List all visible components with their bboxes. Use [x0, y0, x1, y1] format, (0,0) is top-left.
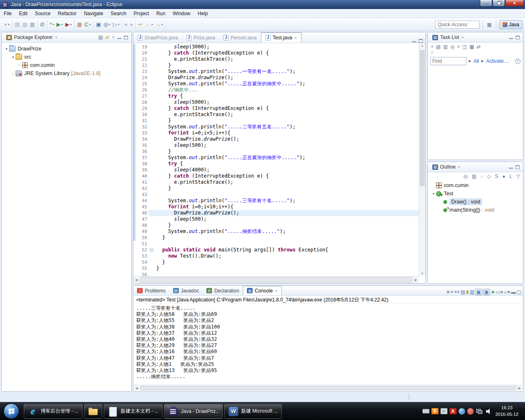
hide-non-public-button[interactable]: ●	[501, 173, 507, 179]
code-text[interactable]: }	[155, 222, 419, 228]
code-line-24[interactable]: 24 DrawPrize.drawPrize();	[133, 75, 419, 81]
editor-tab-drawprize-java[interactable]: JDrawPrize.java	[133, 32, 182, 43]
sync-button[interactable]: ⇄	[475, 44, 482, 50]
code-line-51[interactable]: 51	[133, 241, 419, 247]
task-find-input[interactable]	[430, 57, 466, 65]
close-icon[interactable]: ×	[55, 35, 57, 40]
word-wrap-button[interactable]: ▥	[470, 289, 474, 295]
sogou-input-icon[interactable]: S	[431, 408, 438, 414]
outline-tab[interactable]: ▥ Outline ×	[429, 162, 463, 172]
code-line-19[interactable]: 19 sleep(3000);	[133, 44, 419, 50]
code-text[interactable]: }	[155, 62, 419, 68]
code-line-26[interactable]: 26 //抽奖中...	[133, 87, 419, 93]
console-output[interactable]: .....三等奖有十名.....获奖人为:人物58 奖品为:奖品69获奖人为:人…	[133, 304, 523, 381]
debug-button[interactable]: *▾	[48, 21, 55, 29]
code-text[interactable]: System.out.println(".....正在紧张的抽奖中.....")…	[155, 155, 419, 161]
network-icon[interactable]	[476, 408, 483, 414]
youdao-icon[interactable]	[467, 408, 474, 415]
maximize-view-button[interactable]	[124, 36, 128, 39]
show-stdout-button[interactable]: ▣	[475, 289, 482, 295]
task-link-all[interactable]: All	[473, 58, 479, 64]
tree-item-com-cumin[interactable]: ▷com.cumin	[2, 61, 130, 69]
code-line-53[interactable]: 53 new Test().Draw();	[133, 253, 419, 259]
editor-horizontal-scrollbar[interactable]: ◀ ▶	[133, 276, 419, 283]
minimize-editor-button[interactable]	[412, 41, 416, 43]
menu-window[interactable]: Window	[169, 9, 194, 18]
code-line-37[interactable]: 37 System.out.println(".....正在紧张的抽奖中....…	[133, 155, 419, 161]
taskbar-button-notepad[interactable]: 新建文本文档 - ...	[104, 404, 162, 419]
code-text[interactable]: } catch (InterruptedException e) {	[155, 105, 419, 112]
code-line-32[interactable]: 32 System.out.println(".....二等奖有五名....."…	[133, 124, 419, 130]
hide-local-types-button[interactable]: L	[508, 173, 514, 179]
next-annotation-button[interactable]: »	[129, 21, 134, 29]
code-line-25[interactable]: 25 System.out.println(".....正在紧张的抽奖中....…	[133, 81, 419, 87]
close-icon[interactable]: ×	[275, 288, 277, 293]
dropdown-arrow-icon[interactable]: ▾	[151, 21, 153, 28]
quick-access-input[interactable]	[435, 21, 479, 29]
code-text[interactable]: }	[155, 265, 419, 272]
menu-file[interactable]: File	[0, 9, 15, 18]
view-menu-button[interactable]: ▽	[515, 173, 521, 179]
code-line-49[interactable]: 49 System.out.println(".....抽奖结束.....");	[133, 228, 419, 235]
new-java-project-button[interactable]: ▦	[76, 21, 83, 29]
collapse-all-button[interactable]: ▤	[470, 173, 477, 179]
collapse-all-button[interactable]: ▤	[97, 34, 104, 40]
package-explorer-tab[interactable]: ▦ Package Explorer ×	[3, 32, 60, 43]
code-text[interactable]: }	[155, 185, 419, 192]
display-console-button[interactable]: ▭▾	[496, 289, 503, 295]
code-text[interactable]	[155, 241, 419, 247]
code-line-46[interactable]: 46 DrawPrize.drawPrize();	[133, 210, 419, 216]
code-line-41[interactable]: 41 e.printStackTrace();	[133, 179, 419, 185]
maximize-editor-button[interactable]	[419, 39, 423, 43]
code-line-39[interactable]: 39 sleep(4000);	[133, 167, 419, 173]
code-text[interactable]: try {	[155, 93, 419, 99]
menu-project[interactable]: Project	[130, 9, 153, 18]
scroll-lock-button[interactable]: ▮	[466, 289, 469, 295]
console-tab-problems[interactable]: !Problems	[133, 286, 169, 295]
code-line-44[interactable]: 44 System.out.println(".....三等奖有十名....."…	[133, 198, 419, 204]
editor-tab-person-java[interactable]: JPerson.java	[219, 32, 260, 43]
show-stderr-button[interactable]: ▣	[483, 289, 490, 295]
code-text[interactable]: DrawPrize.drawPrize();	[155, 210, 419, 216]
sort-button[interactable]: ↓	[479, 173, 484, 179]
remove-launch-button[interactable]: ×	[450, 289, 453, 295]
new-task-button[interactable]: +	[429, 44, 435, 50]
menu-edit[interactable]: Edit	[15, 9, 31, 18]
scroll-right-icon[interactable]: ▶	[415, 278, 417, 282]
filter-people-button[interactable]: ◫	[461, 44, 468, 50]
search-button[interactable]: ◎▾	[102, 21, 112, 29]
code-text[interactable]: }	[155, 235, 419, 241]
console-tab-javadoc[interactable]: @Javadoc	[169, 286, 203, 295]
code-text[interactable]: System.out.println(".....一等奖有一名.....");	[155, 68, 419, 75]
code-line-33[interactable]: 33 for(int i=0;i<5;i++){	[133, 130, 419, 136]
code-line-47[interactable]: 47 sleep(500);	[133, 216, 419, 222]
remove-all-launches-button[interactable]: ××	[454, 289, 460, 295]
view-menu-button[interactable]: ▽	[111, 36, 116, 39]
code-line-45[interactable]: 45 for(int i=0;i<10;i++){	[133, 204, 419, 210]
code-text[interactable]: } catch (InterruptedException e) {	[155, 173, 419, 179]
menu-help[interactable]: Help	[194, 9, 212, 18]
last-edit-location-button[interactable]: ↩	[137, 21, 144, 29]
dropdown-arrow-icon[interactable]: ▾	[52, 21, 54, 28]
maximize-view-button[interactable]	[516, 36, 520, 39]
collapse-arrow-icon[interactable]: ▷	[17, 64, 22, 67]
window-minimize-button[interactable]	[480, 0, 492, 7]
scroll-up-icon[interactable]: ▲	[419, 44, 425, 47]
minimize-view-button[interactable]	[509, 168, 513, 169]
code-text[interactable]: sleep(5000);	[155, 99, 419, 105]
fold-collapse-icon[interactable]: −	[150, 248, 153, 252]
code-text[interactable]: sleep(500);	[155, 216, 419, 222]
code-line-55[interactable]: 55}	[133, 265, 419, 272]
usb-device-icon[interactable]: ✓	[441, 408, 447, 414]
code-text[interactable]: sleep(3000);	[155, 44, 419, 50]
code-text[interactable]: try {	[155, 161, 419, 167]
menu-refactor[interactable]: Refactor	[54, 9, 80, 18]
code-text[interactable]: System.out.println(".....二等奖有五名.....");	[155, 124, 419, 130]
code-line-43[interactable]: 43	[133, 192, 419, 198]
open-console-button[interactable]: ▱▾	[504, 289, 510, 295]
code-line-35[interactable]: 35 sleep(500);	[133, 142, 419, 148]
editor-tab-prize-java[interactable]: JPrize.java	[182, 32, 219, 43]
code-text[interactable]: e.printStackTrace();	[155, 179, 419, 185]
scrollbar-thumb[interactable]	[420, 50, 425, 186]
code-text[interactable]: e.printStackTrace();	[155, 56, 419, 62]
